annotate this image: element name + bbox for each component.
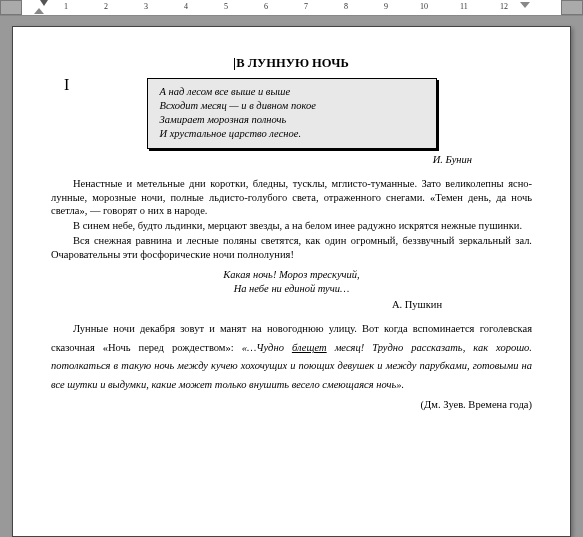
ruler-number: 6 — [264, 2, 268, 11]
ruler-number: 3 — [144, 2, 148, 11]
document-page[interactable]: I В ЛУННУЮ НОЧЬ А над лесом все выше и в… — [12, 26, 571, 537]
ruler-number: 9 — [384, 2, 388, 11]
body-paragraph: Вся снежная равнина и лесные поляны свет… — [51, 234, 532, 262]
epigraph-line: И хрустальное царство лесное. — [160, 127, 424, 141]
epigraph-author: И. Бунин — [51, 153, 532, 167]
text-cursor-icon: I — [64, 74, 69, 96]
body-paragraph-quote: Лунные ночи декабря зовут и манят на нов… — [51, 320, 532, 394]
ruler-number: 1 — [64, 2, 68, 11]
epigraph-line: Всходит месяц — и в дивном покое — [160, 99, 424, 113]
ruler-cap-left — [0, 0, 22, 15]
body-paragraph: Ненастные и метельные дни коротки, бледн… — [51, 177, 532, 219]
ruler-cap-right — [561, 0, 583, 15]
ruler-number: 8 — [344, 2, 348, 11]
document-title: В ЛУННУЮ НОЧЬ — [51, 55, 532, 72]
right-indent-marker[interactable] — [520, 2, 530, 8]
poem-block: Какая ночь! Мороз трескучий, На небе ни … — [51, 268, 532, 296]
body-paragraph: В синем небе, будто льдинки, мерцают зве… — [51, 219, 532, 233]
epigraph-line: А над лесом все выше и выше — [160, 85, 424, 99]
ruler-number: 4 — [184, 2, 188, 11]
ruler-number: 7 — [304, 2, 308, 11]
ruler-number: 11 — [460, 2, 468, 11]
ruler-number: 2 — [104, 2, 108, 11]
source-citation: (Дм. Зуев. Времена года) — [51, 398, 532, 412]
title-text: В ЛУННУЮ НОЧЬ — [236, 56, 348, 70]
ruler-number: 10 — [420, 2, 428, 11]
tab-stop-marker[interactable] — [40, 0, 48, 6]
ruler-number: 5 — [224, 2, 228, 11]
poem-line: Какая ночь! Мороз трескучий, — [51, 268, 532, 282]
first-line-indent-marker[interactable] — [34, 8, 44, 14]
epigraph-line: Замирает морозная полночь — [160, 113, 424, 127]
epigraph-frame[interactable]: А над лесом все выше и выше Всходит меся… — [147, 78, 437, 149]
poem-author: А. Пушкин — [51, 298, 532, 312]
ruler-track[interactable]: 1 2 3 4 5 6 7 8 9 10 11 12 — [22, 0, 561, 15]
quote-emphasis: блещет — [292, 342, 327, 353]
horizontal-ruler[interactable]: 1 2 3 4 5 6 7 8 9 10 11 12 — [0, 0, 583, 16]
document-workspace: I В ЛУННУЮ НОЧЬ А над лесом все выше и в… — [0, 16, 583, 537]
quote-text: «…Чудно — [242, 342, 292, 353]
poem-line: На небе ни единой тучи… — [51, 282, 532, 296]
ruler-number: 12 — [500, 2, 508, 11]
